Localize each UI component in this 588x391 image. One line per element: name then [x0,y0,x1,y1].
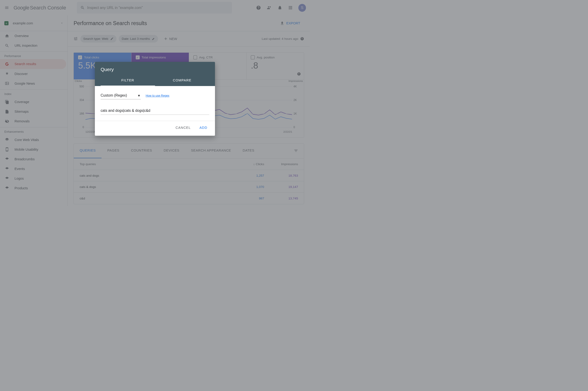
regex-input[interactable] [101,107,209,115]
dropdown-value: Custom (Regex) [101,93,127,98]
chevron-down-icon: ▾ [138,93,140,98]
regex-help-link[interactable]: How to use Regex [146,94,169,97]
query-filter-dialog: Query FILTER COMPARE Custom (Regex) ▾ Ho… [95,62,215,136]
dialog-tab-filter[interactable]: FILTER [101,75,155,86]
add-button[interactable]: ADD [196,123,211,132]
dialog-title: Query [101,67,209,72]
dialog-tab-compare[interactable]: COMPARE [155,75,209,86]
cancel-button[interactable]: CANCEL [172,123,195,132]
filter-type-dropdown[interactable]: Custom (Regex) ▾ [101,92,141,99]
